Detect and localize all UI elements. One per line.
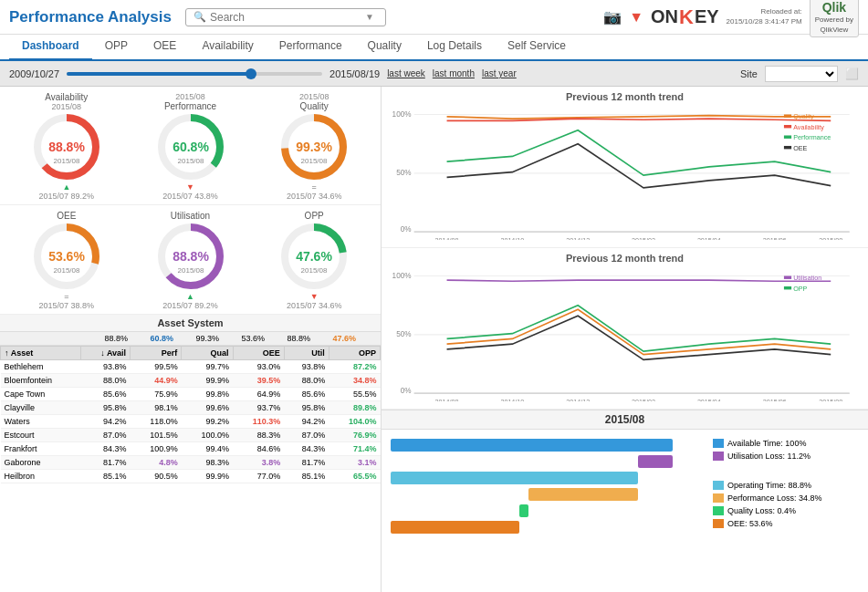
table-cell: 3.8% bbox=[233, 456, 284, 470]
toolbar: 2009/10/27 2015/08/19 last week last mon… bbox=[0, 61, 868, 87]
table-section: Asset System 88.8% 60.8% 99.3% 53.6% 88.… bbox=[0, 315, 381, 592]
tab-oee[interactable]: OEE bbox=[141, 35, 189, 59]
svg-text:0%: 0% bbox=[401, 386, 412, 396]
search-box[interactable]: 🔍 ▼ bbox=[185, 8, 386, 26]
table-cell: 93.0% bbox=[233, 360, 284, 374]
col-qual[interactable]: Qual bbox=[182, 347, 233, 360]
table-cell: 118.0% bbox=[131, 415, 182, 429]
on-key-logo: ONKEY bbox=[651, 5, 719, 29]
site-dropdown[interactable] bbox=[765, 66, 838, 82]
table-cell: 95.8% bbox=[284, 401, 329, 415]
tab-log-details[interactable]: Log Details bbox=[414, 35, 495, 59]
table-cell: 65.5% bbox=[329, 470, 380, 483]
table-cell: 93.7% bbox=[233, 401, 284, 415]
header-right: 📷 ▼ ONKEY Reloaded at: 2015/10/28 3:41:4… bbox=[603, 0, 859, 37]
period-label: 2015/08 bbox=[382, 410, 868, 430]
kpi-utilisation-label: Utilisation bbox=[129, 211, 253, 221]
kpi-oee-label: OEE bbox=[5, 211, 129, 221]
quick-btn-last-week[interactable]: last week bbox=[387, 68, 425, 78]
camera-icon[interactable]: 📷 bbox=[603, 8, 622, 26]
kpi-oee-prev: 2015/07 38.8% bbox=[5, 301, 129, 310]
svg-text:100%: 100% bbox=[392, 109, 412, 119]
table-cell: 87.0% bbox=[81, 429, 131, 442]
kpi-row-2: OEE 53.6% 2015/08 = 2015/07 38.8% Utilis… bbox=[0, 205, 381, 315]
availability-gauge: 88.8% 2015/08 bbox=[31, 111, 102, 182]
kpi-utilisation: Utilisation 88.8% 2015/08 ▲ 2015/07 89.2… bbox=[129, 211, 253, 310]
svg-text:2014/10: 2014/10 bbox=[500, 397, 524, 401]
reload-info: Reloaded at: 2015/10/28 3:41:47 PM bbox=[727, 7, 802, 26]
tab-dashboard[interactable]: Dashboard bbox=[9, 35, 92, 61]
kpi-quality-label: Quality bbox=[252, 101, 376, 111]
table-cell: 88.0% bbox=[284, 374, 329, 388]
tab-opp[interactable]: OPP bbox=[92, 35, 141, 59]
col-avail[interactable]: ↓ Avail bbox=[81, 347, 131, 360]
table-row[interactable]: Waters94.2%118.0%99.2%110.3%94.2%104.0% bbox=[1, 415, 381, 429]
tab-self-service[interactable]: Self Service bbox=[495, 35, 579, 59]
svg-text:2015/08: 2015/08 bbox=[177, 157, 204, 165]
table-cell: 94.2% bbox=[81, 415, 131, 429]
waterfall-panel: 2015/08 bbox=[382, 410, 868, 592]
table-cell: 94.2% bbox=[284, 415, 329, 429]
table-cell: 84.3% bbox=[284, 442, 329, 456]
table-cell: 81.7% bbox=[284, 456, 329, 470]
search-icon: 🔍 bbox=[193, 11, 206, 23]
table-cell: 89.8% bbox=[329, 401, 380, 415]
table-cell: 76.9% bbox=[329, 429, 380, 442]
col-perf[interactable]: Perf bbox=[131, 347, 182, 360]
expand-icon[interactable]: ⬜ bbox=[845, 68, 859, 80]
table-cell: Estcourt bbox=[1, 429, 81, 442]
table-row[interactable]: Bethlehem93.8%99.5%99.7%93.0%93.8%87.2% bbox=[1, 360, 381, 374]
kpi-availability-month: 2015/08 bbox=[5, 102, 129, 111]
svg-text:2015/08: 2015/08 bbox=[819, 235, 842, 240]
table-cell: 85.1% bbox=[284, 470, 329, 483]
table-row[interactable]: Cape Town85.6%75.9%99.8%64.9%85.6%55.5% bbox=[1, 388, 381, 401]
table-row[interactable]: Estcourt87.0%101.5%100.0%88.3%87.0%76.9% bbox=[1, 429, 381, 442]
chart2-section: Previous 12 month trend 100% 50% 0% 2014… bbox=[382, 248, 868, 410]
table-row[interactable]: Frankfort84.3%100.9%99.4%84.6%84.3%71.4% bbox=[1, 442, 381, 456]
table-cell: 100.9% bbox=[131, 442, 182, 456]
search-input[interactable] bbox=[210, 11, 365, 24]
svg-text:88.8%: 88.8% bbox=[48, 140, 85, 154]
quick-btn-last-year[interactable]: last year bbox=[482, 68, 517, 78]
svg-text:2015/06: 2015/06 bbox=[763, 397, 787, 401]
kpi-quality: 2015/08 Quality 99.3% 2015/08 = 2015/07 … bbox=[252, 92, 376, 201]
table-row[interactable]: Clayville95.8%98.1%99.6%93.7%95.8%89.8% bbox=[1, 401, 381, 415]
col-asset[interactable]: ↑ Asset bbox=[1, 347, 81, 360]
svg-text:OEE: OEE bbox=[793, 143, 807, 151]
col-util[interactable]: Util bbox=[284, 347, 329, 360]
chart2-svg: 100% 50% 0% 2014/08 2014/10 2014/12 2015… bbox=[391, 265, 859, 401]
table-row[interactable]: Heilbron85.1%90.5%99.9%77.0%85.1%65.5% bbox=[1, 470, 381, 483]
table-cell: 88.3% bbox=[233, 429, 284, 442]
svg-text:50%: 50% bbox=[396, 329, 412, 339]
asset-table: ↑ Asset ↓ Avail Perf Qual OEE Util OPP B… bbox=[0, 346, 381, 483]
col-oee[interactable]: OEE bbox=[233, 347, 284, 360]
table-cell: 99.6% bbox=[182, 401, 233, 415]
col-opp[interactable]: OPP bbox=[329, 347, 380, 360]
site-label: Site bbox=[740, 68, 758, 79]
bar-oee bbox=[391, 521, 704, 534]
page-title: Performance Analysis bbox=[9, 8, 172, 26]
opp-gauge: 47.6% 2015/08 bbox=[278, 221, 350, 292]
svg-text:2015/04: 2015/04 bbox=[697, 397, 722, 401]
bar-available bbox=[391, 439, 704, 452]
date-slider[interactable] bbox=[67, 67, 322, 81]
table-cell: 71.4% bbox=[329, 442, 380, 456]
tab-quality[interactable]: Quality bbox=[355, 35, 414, 59]
dropdown-arrow-icon[interactable]: ▼ bbox=[365, 12, 374, 22]
table-cell: Bethlehem bbox=[1, 360, 81, 374]
svg-text:2015/06: 2015/06 bbox=[763, 235, 787, 240]
table-row[interactable]: Bloemfontein88.0%44.9%99.9%39.5%88.0%34.… bbox=[1, 374, 381, 388]
table-cell: 98.1% bbox=[131, 401, 182, 415]
quality-gauge: 99.3% 2015/08 bbox=[278, 111, 350, 182]
filter-icon[interactable]: ▼ bbox=[629, 9, 643, 26]
quick-btn-last-month[interactable]: last month bbox=[433, 68, 475, 78]
tab-performance[interactable]: Performance bbox=[267, 35, 355, 59]
table-row[interactable]: Gaborone81.7%4.8%98.3%3.8%81.7%3.1% bbox=[1, 456, 381, 470]
kpi-quality-prev: 2015/07 34.6% bbox=[252, 192, 376, 201]
kpi-performance-label: Performance bbox=[129, 101, 253, 111]
svg-text:99.3%: 99.3% bbox=[296, 140, 332, 154]
table-cell: 55.5% bbox=[329, 388, 380, 401]
tab-availability[interactable]: Availability bbox=[189, 35, 266, 59]
table-cell: 99.8% bbox=[182, 388, 233, 401]
chart2-title: Previous 12 month trend bbox=[391, 253, 859, 264]
